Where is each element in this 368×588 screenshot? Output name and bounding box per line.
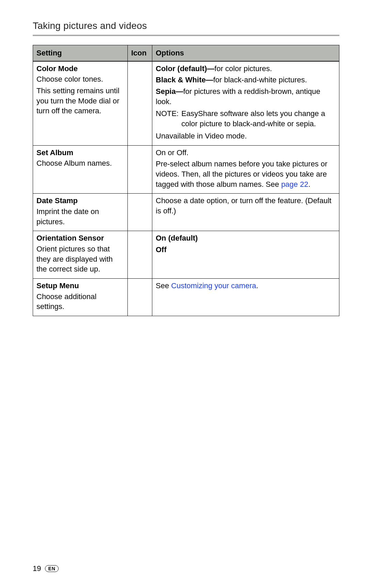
section-title: Taking pictures and videos	[33, 20, 339, 31]
option-bold: Sepia—	[156, 87, 183, 96]
table-row: Orientation Sensor Orient pictures so th…	[33, 231, 339, 279]
option-text: for black-and-white pictures.	[213, 76, 307, 84]
setting-cell: Color Mode Choose color tones. This sett…	[33, 61, 128, 145]
note-body: EasyShare software also lets you change …	[181, 109, 336, 129]
option-tail: Unavailable in Video mode.	[156, 131, 336, 141]
option-line: Choose a date option, or turn off the fe…	[156, 196, 336, 216]
setting-cell: Date Stamp Imprint the date on pictures.	[33, 194, 128, 231]
option-bold: Off	[156, 245, 336, 255]
icon-cell	[128, 194, 152, 231]
setting-subtitle: Choose Album names.	[36, 158, 124, 168]
options-cell: Choose a date option, or turn off the fe…	[152, 194, 339, 231]
table-row: Color Mode Choose color tones. This sett…	[33, 61, 339, 145]
link-customizing-camera[interactable]: Customizing your camera	[171, 281, 256, 290]
settings-table: Setting Icon Options Color Mode Choose c…	[33, 45, 339, 316]
setting-title: Color Mode	[36, 64, 124, 74]
option-text: See	[156, 281, 171, 290]
setting-subtitle: Orient pictures so that they are display…	[36, 244, 124, 274]
options-cell: Color (default)—for color pictures. Blac…	[152, 61, 339, 145]
option-line: Black & White—for black-and-white pictur…	[156, 75, 336, 85]
option-text: .	[308, 180, 310, 189]
option-line: On or Off.	[156, 148, 336, 158]
option-bold: On (default)	[156, 233, 336, 243]
section-rule	[33, 35, 339, 36]
option-line: Pre-select album names before you take p…	[156, 159, 336, 189]
table-row: Set Album Choose Album names. On or Off.…	[33, 145, 339, 194]
table-row: Date Stamp Imprint the date on pictures.…	[33, 194, 339, 231]
page: Taking pictures and videos Setting Icon …	[0, 0, 368, 588]
option-text: .	[256, 281, 258, 290]
setting-title: Setup Menu	[36, 281, 124, 291]
option-bold: Black & White—	[156, 76, 213, 84]
icon-cell	[128, 231, 152, 279]
header-options: Options	[152, 45, 339, 61]
icon-cell	[128, 279, 152, 316]
page-number: 19	[33, 564, 41, 573]
options-cell: See Customizing your camera.	[152, 279, 339, 316]
options-cell: On or Off. Pre-select album names before…	[152, 145, 339, 194]
setting-cell: Orientation Sensor Orient pictures so th…	[33, 231, 128, 279]
options-cell: On (default) Off	[152, 231, 339, 279]
option-note: NOTE: EasyShare software also lets you c…	[156, 109, 336, 129]
setting-title: Date Stamp	[36, 196, 124, 206]
setting-cell: Setup Menu Choose additional settings.	[33, 279, 128, 316]
language-pill: EN	[45, 565, 58, 572]
page-footer: 19 EN	[33, 564, 59, 573]
icon-cell	[128, 61, 152, 145]
setting-subtitle: Choose additional settings.	[36, 292, 124, 312]
icon-cell	[128, 145, 152, 194]
setting-note: This setting remains until you turn the …	[36, 86, 124, 116]
header-setting: Setting	[33, 45, 128, 61]
option-line: Color (default)—for color pictures.	[156, 64, 336, 74]
setting-title: Set Album	[36, 148, 124, 158]
setting-subtitle: Imprint the date on pictures.	[36, 207, 124, 227]
setting-cell: Set Album Choose Album names.	[33, 145, 128, 194]
table-row: Setup Menu Choose additional settings. S…	[33, 279, 339, 316]
option-line: Sepia—for pictures with a reddish-brown,…	[156, 86, 336, 107]
setting-subtitle: Choose color tones.	[36, 74, 124, 84]
option-text: for color pictures.	[214, 64, 272, 73]
setting-title: Orientation Sensor	[36, 233, 124, 243]
note-label: NOTE:	[156, 109, 179, 129]
table-header-row: Setting Icon Options	[33, 45, 339, 61]
option-bold: Color (default)—	[156, 64, 214, 73]
link-page-22[interactable]: page 22	[281, 180, 308, 189]
header-icon: Icon	[128, 45, 152, 61]
